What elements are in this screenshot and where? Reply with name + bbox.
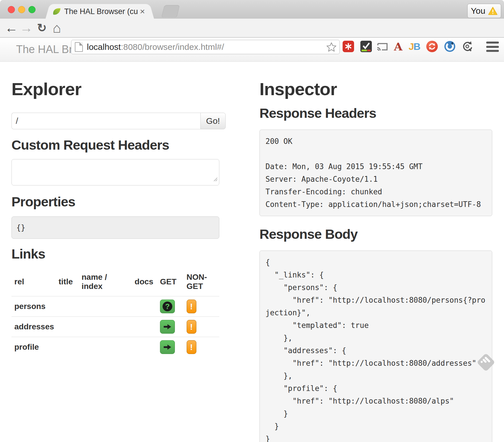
letter-a-icon[interactable]: A — [392, 40, 404, 52]
reload-button[interactable]: ↻ — [35, 19, 49, 37]
browser-toolbar: ← → ↻ ⌂ localhost:8080/browser/index.htm… — [0, 19, 504, 38]
lastpass-icon[interactable] — [342, 40, 354, 52]
cast-icon[interactable] — [376, 40, 388, 52]
spring-leaf-icon — [52, 7, 61, 16]
custom-headers-textarea[interactable] — [11, 159, 219, 185]
response-body-heading: Response Body — [259, 226, 492, 242]
arrow-get-icon — [163, 344, 172, 351]
address-bar[interactable]: localhost:8080/browser/index.html#/ — [71, 40, 340, 54]
pie-blue-icon[interactable] — [444, 40, 456, 52]
forward-button[interactable]: → — [19, 19, 34, 37]
col-title: title — [56, 269, 79, 296]
response-headers-heading: Response Headers — [259, 105, 492, 121]
title-cell — [56, 317, 79, 337]
path-input[interactable] — [11, 113, 200, 129]
name-index-cell — [79, 296, 132, 317]
refresh-search-icon[interactable] — [462, 40, 474, 52]
properties-value-box — [11, 216, 219, 239]
links-heading: Links — [11, 246, 226, 262]
col-get: GET — [157, 269, 184, 296]
docs-cell — [132, 317, 157, 337]
inspector-column: Inspector Response Headers 200 OK Date: … — [259, 61, 492, 442]
table-row-profile: profile ! — [11, 337, 219, 357]
response-headers-box: 200 OK Date: Mon, 03 Aug 2015 19:55:45 G… — [259, 130, 492, 216]
check-audit-icon[interactable] — [360, 40, 372, 52]
url-path: :8080/browser/index.html#/ — [121, 42, 224, 52]
warning-triangle-icon — [488, 7, 498, 15]
minimize-window-button[interactable] — [18, 6, 25, 13]
profile-label: You — [471, 6, 485, 16]
rel-cell: persons — [11, 296, 56, 317]
explorer-path-group: Go! — [11, 113, 226, 129]
non-get-button[interactable]: ! — [187, 340, 196, 354]
col-non-get: NON-GET — [184, 269, 219, 296]
title-cell — [56, 337, 79, 357]
name-index-cell — [79, 337, 132, 357]
browser-tab[interactable]: The HAL Browser (customiz × — [54, 4, 146, 19]
tab-title: The HAL Browser (customiz — [64, 7, 138, 16]
docs-cell — [132, 337, 157, 357]
rel-cell: profile — [11, 337, 56, 357]
links-table-header-row: rel title name / index docs GET NON-GET — [11, 269, 219, 296]
table-row-persons: persons ? ! — [11, 296, 219, 317]
response-body-box: { "_links": { "persons": { "href": "http… — [259, 251, 492, 442]
question-get-icon: ? — [163, 302, 172, 311]
new-tab-button[interactable] — [161, 5, 180, 17]
fullscreen-window-button[interactable] — [28, 6, 36, 13]
inspector-heading: Inspector — [259, 79, 492, 99]
properties-heading: Properties — [11, 194, 226, 210]
tab-strip: The HAL Browser (customiz × You — [0, 0, 504, 19]
rel-cell: addresses — [11, 317, 56, 337]
col-name-index: name / index — [79, 269, 132, 296]
custom-request-headers-heading: Custom Request Headers — [11, 137, 226, 153]
exclamation-icon: ! — [190, 342, 193, 352]
links-table: rel title name / index docs GET NON-GET … — [11, 269, 219, 357]
exclamation-icon: ! — [190, 302, 193, 311]
arrow-get-icon — [163, 323, 172, 330]
explorer-column: Explorer Go! Custom Request Headers Prop… — [11, 61, 226, 357]
name-index-cell — [79, 317, 132, 337]
jb-letter-b: B — [413, 41, 420, 52]
col-rel: rel — [11, 269, 56, 296]
page-content: Explorer Go! Custom Request Headers Prop… — [0, 61, 504, 442]
back-button[interactable]: ← — [4, 19, 19, 37]
tab-close-icon[interactable]: × — [140, 7, 145, 16]
jb-icon[interactable]: JB — [408, 40, 420, 52]
sync-red-icon[interactable] — [426, 40, 438, 52]
non-get-button[interactable]: ! — [187, 300, 196, 313]
go-button[interactable]: Go! — [200, 113, 226, 129]
page-icon — [75, 42, 83, 52]
table-row-addresses: addresses ! — [11, 317, 219, 337]
get-button[interactable] — [160, 340, 175, 354]
get-button[interactable] — [160, 320, 175, 334]
hamburger-menu-icon[interactable] — [486, 42, 499, 52]
bookmark-star-icon[interactable] — [326, 42, 337, 52]
close-window-button[interactable] — [8, 6, 15, 13]
url-text[interactable]: localhost:8080/browser/index.html#/ — [87, 42, 224, 52]
home-button[interactable]: ⌂ — [49, 19, 64, 37]
browser-window: The HAL Browser (customiz × You ← → ↻ ⌂ … — [0, 0, 504, 442]
jb-letter-j: J — [409, 41, 413, 52]
get-templated-button[interactable]: ? — [160, 300, 175, 313]
url-host: localhost — [87, 42, 121, 52]
non-get-button[interactable]: ! — [187, 320, 196, 334]
docs-cell — [132, 296, 157, 317]
col-docs: docs — [132, 269, 157, 296]
profile-button[interactable]: You — [467, 4, 501, 18]
exclamation-icon: ! — [190, 322, 193, 332]
explorer-heading: Explorer — [11, 79, 226, 99]
title-cell — [56, 296, 79, 317]
